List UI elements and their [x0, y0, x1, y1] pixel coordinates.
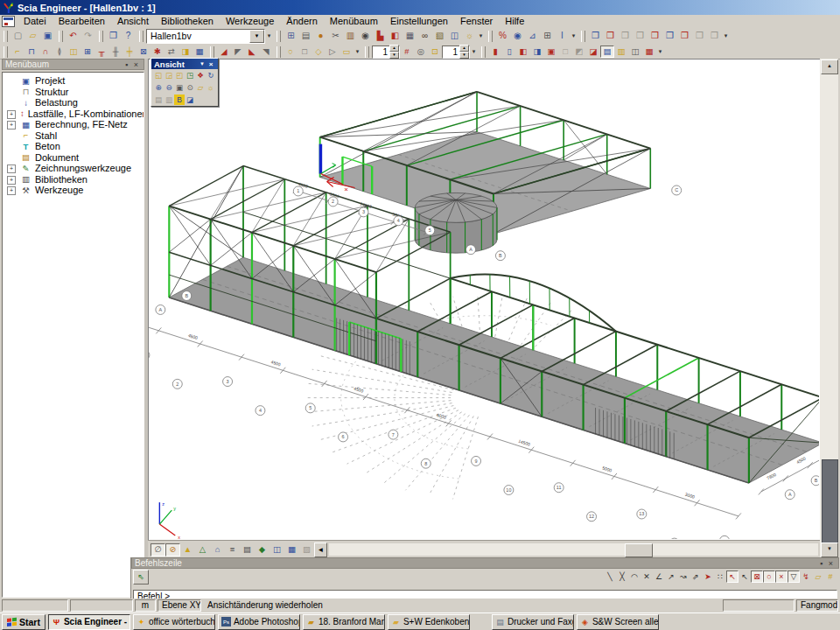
pin-icon[interactable]: ▪: [122, 60, 131, 69]
draw-tool-icon-3[interactable]: ◇: [312, 46, 326, 58]
member-tool-icon-1[interactable]: ⌐: [10, 46, 24, 58]
chart-icon[interactable]: ⊿: [525, 29, 540, 43]
scale-y-stepper[interactable]: 1 ▲▼: [442, 46, 470, 59]
modify-tool-icon-7[interactable]: ◩: [572, 46, 586, 58]
modify-tool-icon-9[interactable]: ▤: [600, 46, 614, 58]
zoom-window-icon[interactable]: ▣: [174, 82, 185, 93]
chair-icon[interactable]: ▙: [373, 29, 388, 43]
combobox-dropdown-icon[interactable]: ▼: [249, 30, 264, 43]
toolbar-grip[interactable]: [4, 46, 8, 58]
vertical-scrollbar[interactable]: ▲ ▼: [820, 59, 838, 557]
help-icon[interactable]: ?: [121, 29, 136, 43]
toolbar-overflow-icon[interactable]: ▾: [354, 48, 361, 55]
deselect-icon[interactable]: ✕: [640, 570, 653, 583]
percent-icon[interactable]: %: [495, 29, 510, 43]
open-icon[interactable]: ▱: [25, 29, 40, 43]
lamp-icon[interactable]: ☼: [462, 29, 477, 43]
modify-tool-icon-10[interactable]: ▥: [614, 46, 628, 58]
redo-icon[interactable]: ↷: [80, 29, 95, 43]
stepper-up-icon[interactable]: ▲: [459, 45, 469, 52]
panel-view-icon-2[interactable]: ❐: [603, 29, 618, 43]
sidebar-item-projekt[interactable]: ▣ Projekt: [3, 75, 144, 87]
box-icon[interactable]: ◧: [388, 29, 402, 43]
taskbar-item-edenkoben[interactable]: ▰ S+W Edenkoben: [388, 614, 470, 630]
sidebar-item-zeichnungswerkzeuge[interactable]: + ✎ Zeichnungswerkzeuge: [3, 163, 144, 174]
scissors-icon[interactable]: ✂: [328, 29, 343, 43]
close-icon[interactable]: ×: [826, 559, 836, 568]
toolbar-grip[interactable]: [99, 31, 103, 42]
table-icon[interactable]: ⊞: [540, 29, 555, 43]
named-view-icon[interactable]: B: [174, 94, 185, 105]
ansicht-toolbox-header[interactable]: Ansicht ▼ ×: [151, 59, 218, 69]
notebook-icon[interactable]: ▥: [343, 29, 358, 43]
zoom-doc-icon[interactable]: ◉: [510, 29, 525, 43]
taskbar-item-photoshop[interactable]: Ps Adobe Photoshop ...: [218, 614, 300, 630]
member-tool-icon-7[interactable]: ╥: [94, 46, 108, 58]
toolbar-grip[interactable]: [365, 46, 369, 58]
pin-icon[interactable]: ▪: [816, 559, 826, 568]
member-tool-icon-12[interactable]: ⇄: [164, 46, 178, 58]
iso-view-icon[interactable]: ❖: [195, 70, 206, 80]
snap-mid-icon[interactable]: ↖: [738, 570, 751, 583]
menu-fenster[interactable]: Fenster: [454, 16, 499, 27]
sidebar-item-dokument[interactable]: ▤ Dokument: [3, 152, 144, 164]
member-tool-icon-11[interactable]: ✱: [150, 46, 164, 58]
menu-hilfe[interactable]: Hilfe: [499, 16, 530, 27]
zoom-out-icon[interactable]: ⊖: [164, 82, 174, 93]
member-tool-icon-4[interactable]: ≬: [52, 46, 66, 58]
zoom-in-icon[interactable]: ⊕: [153, 82, 164, 93]
panel-view-icon-4[interactable]: ❐: [633, 29, 648, 43]
expand-icon[interactable]: +: [7, 176, 16, 185]
member-tool-icon-5[interactable]: ◫: [66, 46, 80, 58]
modify-tool-icon-11[interactable]: ◫: [628, 46, 642, 58]
member-tool-icon-2[interactable]: ⊓: [24, 46, 38, 58]
panel-view-icon-5[interactable]: ❐: [648, 29, 662, 43]
start-button[interactable]: Start: [2, 614, 46, 630]
modify-tool-icon-4[interactable]: ◨: [530, 46, 544, 58]
member-tool-icon-9[interactable]: ╪: [122, 46, 136, 58]
toolbar-grip[interactable]: [139, 31, 144, 42]
panel-view-icon-7[interactable]: ❐: [677, 29, 692, 43]
toolbar-grip[interactable]: [276, 46, 281, 58]
printer2-icon[interactable]: ▦: [402, 29, 417, 43]
view-z-icon[interactable]: ◰: [174, 70, 185, 80]
status-snap-mode[interactable]: Fangmodus: [796, 599, 838, 612]
angle-snap-icon[interactable]: ∠: [653, 570, 665, 583]
taskbar-item-scia[interactable]: Ψ Scia Engineer - [...: [48, 614, 130, 630]
toolbar-grip[interactable]: [276, 31, 281, 42]
cursor-snap-icon[interactable]: ➤: [702, 570, 714, 583]
sidebar-item-struktur[interactable]: ⊓ Struktur: [3, 87, 144, 98]
expand-icon[interactable]: +: [7, 121, 16, 130]
modify-tool-icon-8[interactable]: ◪: [586, 46, 600, 58]
menu-einstellungen[interactable]: Einstellungen: [384, 16, 454, 27]
scroll-left-icon[interactable]: ◂: [314, 542, 327, 557]
zoom-all-icon[interactable]: ⊙: [185, 82, 195, 93]
menu-aendern[interactable]: Ändern: [280, 16, 323, 27]
vertical-scroll-thumb[interactable]: [822, 459, 838, 545]
horizontal-scrollbar[interactable]: [329, 543, 818, 556]
toolbar-grip[interactable]: [581, 31, 585, 42]
grid2-icon[interactable]: ▦: [284, 543, 299, 556]
line-tool-icon-3[interactable]: ◣: [245, 46, 259, 58]
snap-node-icon[interactable]: ↖: [726, 570, 738, 583]
toolbar-overflow-icon[interactable]: ▾: [656, 48, 664, 55]
project-settings-icon[interactable]: ⊞: [284, 29, 298, 43]
member-tool-icon-10[interactable]: ⊠: [136, 46, 150, 58]
zoom-select-icon[interactable]: ◎: [414, 46, 428, 58]
status-unit[interactable]: m: [135, 599, 156, 612]
home-view-icon[interactable]: ⌂: [210, 543, 225, 556]
toolbar-grip[interactable]: [488, 31, 493, 42]
modify-tool-icon-12[interactable]: ▦: [642, 46, 656, 58]
toolbar-grip[interactable]: [481, 46, 486, 58]
arrow-ne-icon[interactable]: ↗: [665, 570, 677, 583]
modify-tool-icon-3[interactable]: ◧: [516, 46, 530, 58]
toolbar-overflow-icon[interactable]: ▾: [470, 48, 478, 55]
menu-bearbeiten[interactable]: Bearbeiten: [52, 16, 111, 27]
toolbar-grip[interactable]: [210, 46, 214, 58]
scale-x-stepper[interactable]: 1 ▲▼: [372, 46, 400, 59]
undo-icon[interactable]: ↶: [66, 29, 80, 43]
menu-menuebaum[interactable]: Menübaum: [324, 16, 384, 27]
gallery-icon[interactable]: ▧: [432, 29, 447, 43]
orbit-icon[interactable]: ↻: [206, 70, 216, 80]
select-arc-icon[interactable]: ◠: [628, 570, 640, 583]
